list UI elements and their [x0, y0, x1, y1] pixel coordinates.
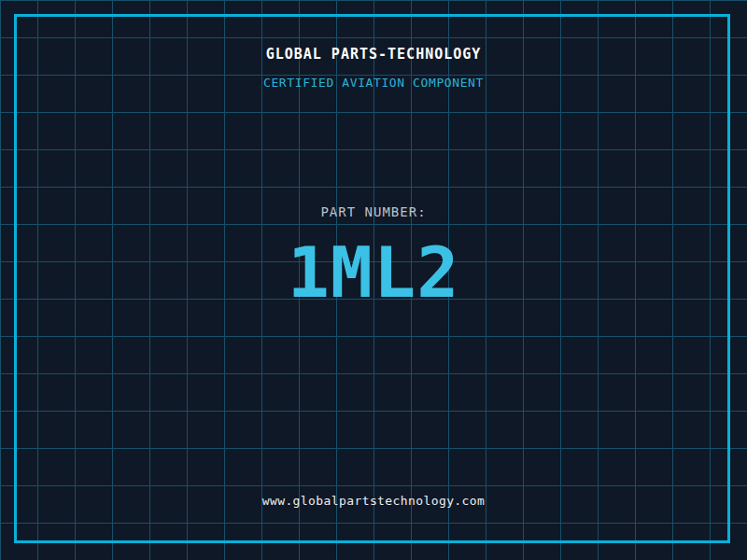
company-name: GLOBAL PARTS-TECHNOLOGY — [0, 46, 747, 63]
part-number-value: 1ML2 — [0, 235, 747, 310]
certification-subtitle: CERTIFIED AVIATION COMPONENT — [0, 76, 747, 90]
part-number-label: PART NUMBER: — [0, 204, 747, 219]
website-url: www.globalpartstechnology.com — [0, 494, 747, 508]
part-label-screen: GLOBAL PARTS-TECHNOLOGY CERTIFIED AVIATI… — [0, 0, 747, 560]
